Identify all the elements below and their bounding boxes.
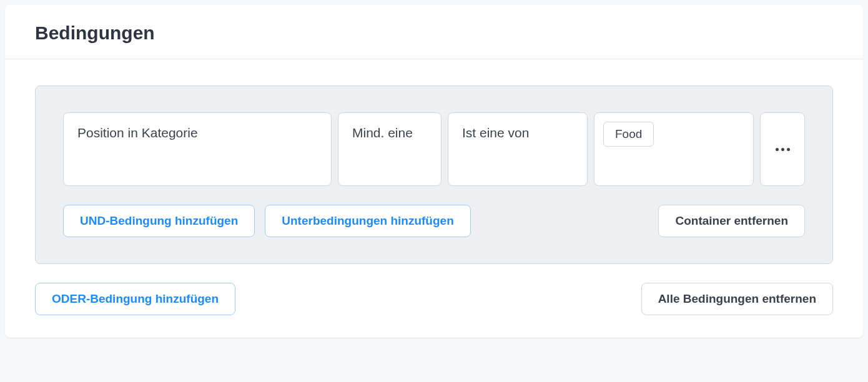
card-body: Position in Kategorie Mind. eine Ist ein… (5, 59, 863, 338)
card-title: Bedingungen (35, 22, 833, 44)
add-and-label: UND-Bedingung hinzufügen (80, 214, 238, 228)
condition-row: Position in Kategorie Mind. eine Ist ein… (63, 112, 805, 186)
card-header: Bedingungen (5, 5, 863, 59)
quantifier-select[interactable]: Mind. eine (338, 112, 441, 186)
remove-container-button[interactable]: Container entfernen (658, 205, 805, 237)
ellipsis-icon (776, 148, 790, 151)
add-sub-label: Unterbedingungen hinzufügen (282, 214, 453, 228)
condition-container: Position in Kategorie Mind. eine Ist ein… (35, 86, 833, 264)
operator-select[interactable]: Ist eine von (448, 112, 588, 186)
value-tag[interactable]: Food (603, 122, 654, 147)
remove-all-label: Alle Bedingungen entfernen (658, 292, 816, 306)
value-tag-label: Food (615, 127, 642, 141)
values-input[interactable]: Food (594, 112, 754, 186)
conditions-card: Bedingungen Position in Kategorie Mind. … (5, 5, 863, 338)
category-select[interactable]: Position in Kategorie (63, 112, 332, 186)
add-sub-condition-button[interactable]: Unterbedingungen hinzufügen (265, 205, 470, 237)
add-or-condition-button[interactable]: ODER-Bedingung hinzufügen (35, 283, 235, 315)
category-select-value: Position in Kategorie (77, 125, 198, 140)
more-actions-button[interactable] (760, 112, 805, 186)
add-or-label: ODER-Bedingung hinzufügen (52, 292, 219, 306)
container-actions: UND-Bedingung hinzufügen Unterbedingunge… (63, 205, 805, 237)
operator-select-value: Ist eine von (462, 125, 529, 140)
quantifier-select-value: Mind. eine (352, 125, 413, 140)
remove-all-conditions-button[interactable]: Alle Bedingungen entfernen (641, 283, 833, 315)
bottom-actions: ODER-Bedingung hinzufügen Alle Bedingung… (35, 283, 833, 315)
remove-container-label: Container entfernen (675, 214, 788, 228)
add-and-condition-button[interactable]: UND-Bedingung hinzufügen (63, 205, 255, 237)
